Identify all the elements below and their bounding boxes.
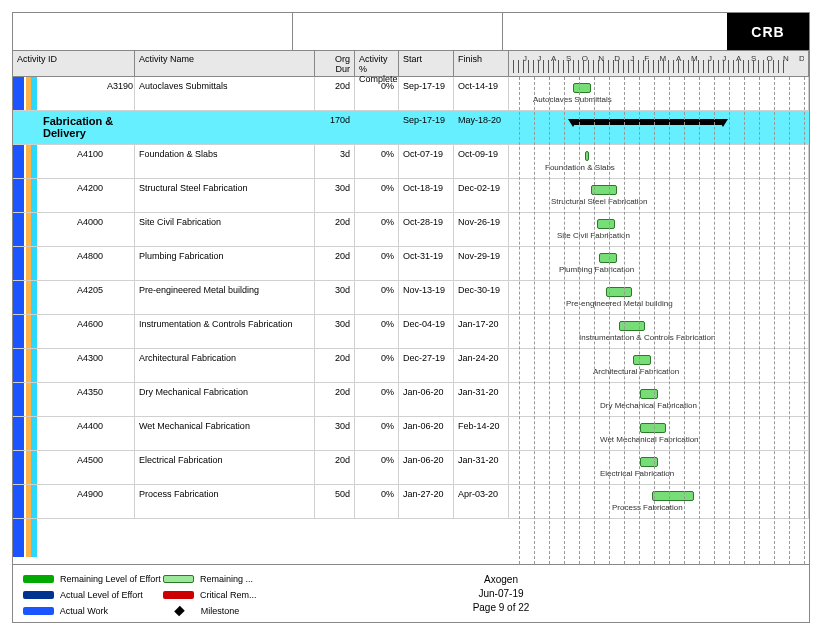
gantt-bar	[606, 287, 632, 297]
col-timeline: J J A S O N D J F M A M J J A S O N D J	[509, 51, 809, 76]
start-date: Oct-31-19	[399, 247, 454, 280]
activity-id: A4205	[13, 281, 135, 314]
activity-id: A4300	[13, 349, 135, 382]
project-name: Axogen	[313, 573, 689, 587]
col-start: Start	[399, 51, 454, 76]
activity-id: A4900	[13, 485, 135, 518]
pct-complete: 0%	[355, 145, 399, 178]
timeline-ticks	[513, 60, 804, 73]
table-row: A4400Wet Mechanical Fabrication30d0%Jan-…	[13, 417, 809, 451]
activity-id: A4800	[13, 247, 135, 280]
gantt-cell: Plumbing Fabrication	[509, 247, 809, 280]
gantt-bar-label: Dry Mechanical Fabrication	[600, 401, 697, 410]
start-date: Dec-04-19	[399, 315, 454, 348]
gantt-cell: Pre-engineered Metal building	[509, 281, 809, 314]
activity-name: Instrumentation & Controls Fabrication	[135, 315, 315, 348]
activity-id: A4200	[13, 179, 135, 212]
org-dur: 20d	[315, 77, 355, 110]
table-row: A4600Instrumentation & Controls Fabricat…	[13, 315, 809, 349]
gantt-bar-label: Wet Mechanical Fabrication	[600, 435, 699, 444]
footer-center: Axogen Jun-07-19 Page 9 of 22	[313, 565, 689, 622]
gantt-cell: Architectural Fabrication	[509, 349, 809, 382]
org-dur: 20d	[315, 213, 355, 246]
gantt-bar	[619, 321, 645, 331]
activity-name: Electrical Fabrication	[135, 451, 315, 484]
gantt-bar	[640, 457, 658, 467]
activity-id: A4500	[13, 451, 135, 484]
org-dur: 30d	[315, 417, 355, 450]
activity-name: Structural Steel Fabrication	[135, 179, 315, 212]
pct-complete: 0%	[355, 417, 399, 450]
col-org-dur: Org Dur	[315, 51, 355, 76]
finish-date: Apr-03-20	[454, 485, 509, 518]
org-dur: 20d	[315, 247, 355, 280]
gantt-bar	[573, 83, 591, 93]
table-row: A4100Foundation & Slabs3d0%Oct-07-19Oct-…	[13, 145, 809, 179]
start-date: Oct-07-19	[399, 145, 454, 178]
activity-id: A3190	[13, 77, 135, 110]
start-date: Jan-06-20	[399, 451, 454, 484]
table-row: A4000Site Civil Fabrication20d0%Oct-28-1…	[13, 213, 809, 247]
start-date: Nov-13-19	[399, 281, 454, 314]
pct-complete: 0%	[355, 315, 399, 348]
gantt-bar-label: Foundation & Slabs	[545, 163, 615, 172]
start-date: Sep-17-19	[399, 77, 454, 110]
activity-id: A4350	[13, 383, 135, 416]
top-band: CRB	[13, 13, 809, 51]
gantt-bar-label: Process Fabrication	[612, 503, 683, 512]
col-activity-id: Activity ID	[13, 51, 135, 76]
finish-date: Dec-02-19	[454, 179, 509, 212]
legend-milestone: Milestone	[201, 606, 303, 616]
start-date: Oct-18-19	[399, 179, 454, 212]
gantt-bar	[591, 185, 617, 195]
finish-date: Feb-14-20	[454, 417, 509, 450]
data-date: Jun-07-19	[313, 587, 689, 601]
schedule-sheet: CRB Activity ID Activity Name Org Dur Ac…	[12, 12, 810, 623]
gantt-cell: Autoclaves Submittals	[509, 77, 809, 110]
gantt-cell: Wet Mechanical Fabrication	[509, 417, 809, 450]
schedule-body: A3190Autoclaves Submittals20d0%Sep-17-19…	[13, 77, 809, 557]
summary-title: Fabrication & Delivery	[13, 111, 135, 144]
start-date: Jan-06-20	[399, 417, 454, 450]
activity-name: Process Fabrication	[135, 485, 315, 518]
table-row: A4900Process Fabrication50d0%Jan-27-20Ap…	[13, 485, 809, 519]
table-row: A4205Pre-engineered Metal building30d0%N…	[13, 281, 809, 315]
col-pct-complete: Activity % Complete	[355, 51, 399, 76]
legend-critical-rem: Critical Rem...	[200, 590, 303, 600]
gantt-bar-label: Structural Steel Fabrication	[551, 197, 648, 206]
org-dur: 30d	[315, 281, 355, 314]
gantt-bar-label: Autoclaves Submittals	[533, 95, 612, 104]
legend-remaining-loe: Remaining Level of Effort	[60, 574, 163, 584]
gantt-cell: Electrical Fabrication	[509, 451, 809, 484]
pct-complete: 0%	[355, 485, 399, 518]
finish-date: Jan-24-20	[454, 349, 509, 382]
gantt-cell: Dry Mechanical Fabrication	[509, 383, 809, 416]
finish-date: Nov-26-19	[454, 213, 509, 246]
pct-complete: 0%	[355, 213, 399, 246]
pct-complete: 0%	[355, 77, 399, 110]
col-finish: Finish	[454, 51, 509, 76]
finish-date: Oct-09-19	[454, 145, 509, 178]
start-date: Jan-27-20	[399, 485, 454, 518]
activity-name: Autoclaves Submittals	[135, 77, 315, 110]
activity-name: Foundation & Slabs	[135, 145, 315, 178]
finish-date: Jan-31-20	[454, 383, 509, 416]
gantt-cell: Site Civil Fabrication	[509, 213, 809, 246]
gantt-cell: Process Fabrication	[509, 485, 809, 518]
table-row: A4500Electrical Fabrication20d0%Jan-06-2…	[13, 451, 809, 485]
pct-complete: 0%	[355, 349, 399, 382]
finish-date: Dec-30-19	[454, 281, 509, 314]
table-row: A4200Structural Steel Fabrication30d0%Oc…	[13, 179, 809, 213]
org-dur: 20d	[315, 349, 355, 382]
activity-name: Wet Mechanical Fabrication	[135, 417, 315, 450]
table-row: Fabrication & Delivery170dSep-17-19May-1…	[13, 111, 809, 145]
org-dur: 3d	[315, 145, 355, 178]
gantt-cell: Structural Steel Fabrication	[509, 179, 809, 212]
gantt-bar	[585, 151, 589, 161]
pct-complete: 0%	[355, 247, 399, 280]
activity-name: Architectural Fabrication	[135, 349, 315, 382]
finish-date: Jan-17-20	[454, 315, 509, 348]
gantt-bar-label: Architectural Fabrication	[593, 367, 679, 376]
gantt-bar-label: Site Civil Fabrication	[557, 231, 630, 240]
activity-id: A4400	[13, 417, 135, 450]
